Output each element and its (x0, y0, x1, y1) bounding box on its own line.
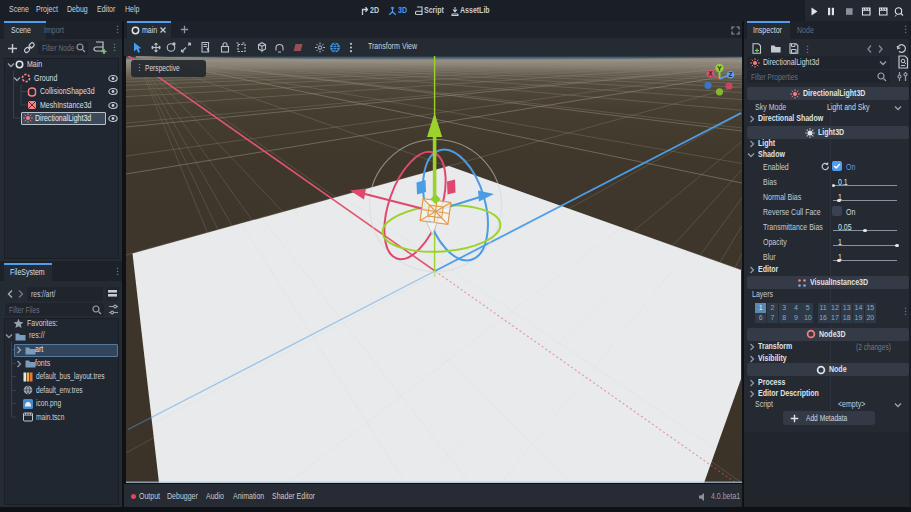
svg-text:Y: Y (717, 65, 722, 72)
svg-text:X: X (708, 70, 713, 77)
svg-text:Z: Z (729, 71, 733, 78)
